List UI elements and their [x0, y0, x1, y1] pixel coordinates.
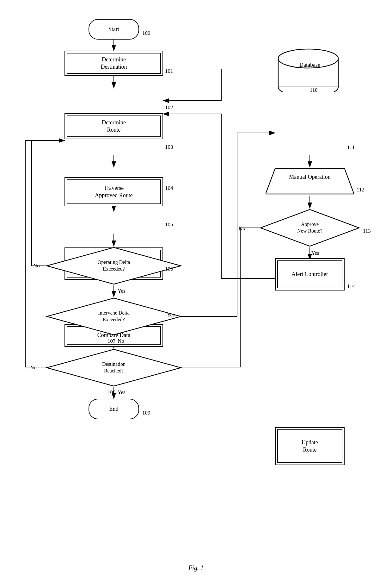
node-112-label: Manual Operation — [266, 173, 354, 181]
ref-112: 112 — [357, 187, 364, 193]
node-106: Operating Delta Exceeded? — [46, 246, 182, 285]
ref-108: 108 — [107, 389, 116, 396]
ref-109: 109 — [142, 410, 150, 416]
fig-caption: Fig. 1 — [0, 564, 392, 572]
ref-100: 100 — [142, 30, 150, 36]
label-yes-106: Yes — [118, 288, 126, 294]
node-107: Intervene Delta Exceeded? — [46, 297, 182, 336]
ref-113: 113 — [363, 228, 371, 234]
label-no-107: No — [118, 338, 124, 344]
ref-107: 107 — [107, 338, 116, 344]
node-114: Update Route — [275, 427, 345, 465]
svg-marker-24 — [266, 169, 354, 194]
ref-102: 102 — [165, 104, 173, 111]
ref-105: 105 — [165, 222, 173, 228]
ref-110: 110 — [310, 87, 318, 93]
svg-marker-21 — [47, 349, 181, 386]
label-no-113: No — [239, 225, 245, 232]
node-103: Traverse Approved Route — [64, 177, 163, 206]
svg-marker-25 — [260, 209, 359, 246]
node-101-label: Determine Destination — [101, 56, 127, 71]
label-yes-108: Yes — [118, 389, 126, 396]
node-114-label: Update Route — [302, 439, 318, 454]
node-101: Determine Destination — [64, 51, 163, 76]
label-no-106: No — [33, 263, 40, 269]
svg-marker-20 — [47, 298, 181, 335]
node-102-label: Determine Route — [102, 119, 126, 134]
svg-marker-19 — [47, 247, 181, 284]
database-node: Database — [275, 47, 345, 92]
node-108: Destination Reached? — [46, 348, 182, 387]
node-113: Approve New Route? — [259, 208, 360, 247]
node-102: Determine Route — [64, 113, 163, 139]
diagram-container: Start 100 Determine Destination 101 Dete… — [0, 0, 392, 581]
node-112: Manual Operation — [266, 167, 354, 196]
start-label: Start — [108, 26, 119, 33]
label-yes-107: Yes — [167, 312, 175, 318]
node-111: Alert Controller — [275, 258, 345, 290]
ref-114: 114 — [347, 283, 355, 290]
ref-101: 101 — [165, 68, 173, 74]
label-yes-113: Yes — [311, 250, 319, 256]
ref-104: 104 — [165, 185, 173, 191]
start-node: Start — [89, 19, 139, 40]
ref-111: 111 — [347, 144, 355, 151]
node-111-label: Alert Controller — [291, 271, 328, 278]
end-node: End — [89, 399, 139, 419]
database-label: Database — [275, 62, 345, 68]
ref-103: 103 — [165, 144, 173, 150]
node-103-label: Traverse Approved Route — [95, 184, 132, 199]
end-label: End — [109, 406, 119, 412]
label-no-108: No — [30, 365, 37, 371]
ref-106: 106 — [165, 266, 173, 272]
